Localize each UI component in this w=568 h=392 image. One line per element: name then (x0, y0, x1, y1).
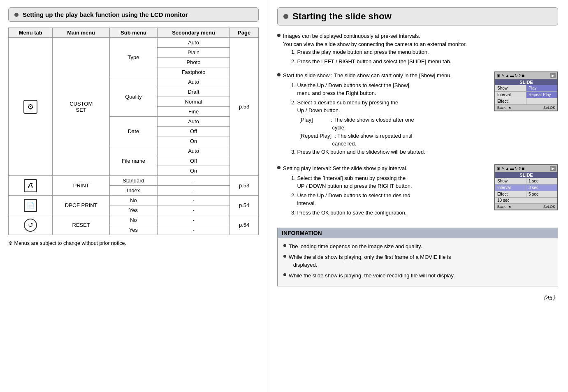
table-row: 🖨 PRINT Standard - p.53 (9, 176, 259, 186)
s2-step1: 1. Select the [Interval] sub menu by pre… (291, 174, 486, 190)
right-panel: Starting the slide show Images can be di… (267, 0, 568, 392)
lcd2-10sec: 10 sec (495, 198, 557, 203)
secondary-plain: Plain (157, 48, 230, 58)
intro-section: Images can be displayed continuously at … (277, 32, 558, 67)
information-box: INFORMATION The loading time depends on … (277, 228, 558, 286)
secondary-normal: Normal (157, 97, 230, 107)
lcd2-footer: Back: ◄ Set:OK (495, 204, 557, 210)
sub-menu-reset-no: No (110, 215, 158, 225)
intro-line-1: Images can be displayed continuously at … (283, 32, 558, 40)
sub-menu-dpof-no: No (110, 196, 158, 205)
secondary-dpof-yes: - (157, 205, 230, 215)
sub-menu-type: Type (110, 38, 158, 77)
s1-play: [Play] : The slide show is closed after … (299, 116, 486, 132)
lcd1-row-effect: Effect (495, 98, 557, 105)
lcd-panel-2: ▣✎▲▬↻?◼ ▶ SLIDE Show 1 sec Interval 3 se… (494, 164, 558, 210)
lcd2-effect-value: 5 sec (526, 191, 557, 197)
table-row: 📄 DPOF PRINT No - p.54 (9, 196, 259, 205)
lcd1-interval-label: Interval (495, 92, 526, 98)
secondary-dpof-no: - (157, 196, 230, 205)
lcd2-row-interval: Interval 3 sec (495, 184, 557, 191)
secondary-fine: Fine (157, 107, 230, 117)
info-text-3: While the slide show is playing, the voi… (289, 272, 455, 280)
info-item-2: While the slide show is playing, only th… (283, 253, 552, 269)
lcd2-row-effect: Effect 5 sec (495, 191, 557, 198)
secondary-f-on: On (157, 166, 230, 176)
col-menu-tab: Menu tab (9, 28, 53, 38)
main-menu-dpof: DPOF PRINT (53, 196, 110, 215)
secondary-d-off: Off (157, 127, 230, 136)
sub-menu-index: Index (110, 186, 158, 196)
section2-title-para: Setting play interval: Set the slide sho… (277, 164, 486, 218)
lcd1-title: SLIDE (495, 79, 557, 85)
lcd2-show-value: 1 sec (526, 178, 557, 184)
sub-menu-filename: File name (110, 146, 158, 176)
section1-title: Start the slide show : The slide show ca… (283, 72, 452, 78)
info-item-1: The loading time depends on the image si… (283, 242, 552, 251)
page-p53-custom: p.53 (230, 38, 259, 176)
s2-step2: 2. Use the Up / Down buttons to select t… (291, 191, 486, 208)
table-row: ⚙ CUSTOMSET Type Auto p.53 (9, 38, 259, 48)
col-secondary-menu: Secondary menu (157, 28, 230, 38)
section2-desc: Setting play interval: Set the slide sho… (277, 164, 486, 221)
lcd2-interval-value: 3 sec (526, 184, 557, 191)
lcd1-show-value: Play (526, 85, 557, 91)
secondary-auto: Auto (157, 38, 230, 48)
sub-menu-dpof-yes: Yes (110, 205, 158, 215)
right-header-bullet (283, 14, 288, 19)
col-sub-menu: Sub menu (110, 28, 158, 38)
secondary-fastphoto: Fastphoto (157, 67, 230, 77)
intro-step-2: 2. Press the LEFT / RIGHT button and sel… (291, 58, 558, 66)
table-row: ↺ RESET No - p.54 (9, 215, 259, 225)
lcd1-footer-left: Back: ◄ (497, 106, 511, 110)
lcd1-mode: ▶ (550, 73, 556, 78)
footnote-text: ※ Menus are subject to change without pr… (8, 240, 259, 246)
section1: Start the slide show : The slide show ca… (277, 71, 558, 160)
menu-table: Menu tab Main menu Sub menu Secondary me… (8, 28, 259, 235)
lcd2-mode: ▶ (550, 166, 556, 171)
lcd1-effect-label: Effect (495, 98, 526, 104)
left-section-header: Setting up the play back function using … (8, 7, 259, 22)
icon-cell-dpof: 📄 (9, 196, 53, 215)
page-p54-dpof: p.54 (230, 196, 259, 215)
secondary-d-auto: Auto (157, 117, 230, 127)
lcd1-icons: ▣✎▲▬↻?◼ (497, 74, 524, 78)
info-box-header: INFORMATION (278, 228, 558, 238)
print-icon: 🖨 (24, 179, 37, 192)
secondary-f-auto: Auto (157, 146, 230, 156)
intro-line-2: You can view the slide show by connectin… (283, 40, 558, 48)
dpof-icon: 📄 (24, 199, 37, 212)
lcd-panel-1: ▣✎▲▬↻?◼ ▶ SLIDE Show Play Interval Repea… (494, 71, 558, 111)
custom-set-icon: ⚙ (23, 100, 37, 114)
section1-desc: Start the slide show : The slide show ca… (277, 71, 486, 160)
col-main-menu: Main menu (53, 28, 110, 38)
lcd2-show-label: Show (495, 178, 526, 184)
page-p54-reset: p.54 (230, 215, 259, 235)
lcd1-footer-right: Set:OK (543, 106, 555, 110)
lcd2-icons: ▣✎▲▬↻?◼ (497, 166, 524, 171)
secondary-reset-yes: - (157, 225, 230, 235)
lcd2-footer-right: Set:OK (543, 205, 555, 209)
lcd2-title: SLIDE (495, 172, 557, 178)
s1-step3: 3. Press the OK button and the slideshow… (291, 148, 486, 156)
icon-cell-reset: ↺ (9, 215, 53, 235)
secondary-q-auto: Auto (157, 77, 230, 87)
sub-menu-quality: Quality (110, 77, 158, 117)
secondary-index: - (157, 186, 230, 196)
secondary-draft: Draft (157, 87, 230, 97)
secondary-reset-no: - (157, 215, 230, 225)
lcd1-show-label: Show (495, 85, 526, 91)
sub-menu-standard: Standard (110, 176, 158, 186)
section2-title: Setting play interval: Set the slide sho… (283, 165, 408, 171)
page-number: 《45》 (277, 295, 558, 302)
right-section-header: Starting the slide show (277, 7, 558, 25)
lcd1-row-show: Show Play (495, 85, 557, 92)
lcd1-footer: Back: ◄ Set:OK (495, 105, 557, 111)
lcd2-row-10sec: 10 sec (495, 198, 557, 204)
lcd2-footer-left: Back: ◄ (497, 205, 511, 209)
right-header-title: Starting the slide show (292, 11, 392, 22)
lcd2-interval-label: Interval (495, 184, 526, 191)
lcd1-row-interval: Interval Repeat Play (495, 92, 557, 98)
info-item-3: While the slide show is playing, the voi… (283, 272, 552, 280)
sub-menu-reset-yes: Yes (110, 225, 158, 235)
